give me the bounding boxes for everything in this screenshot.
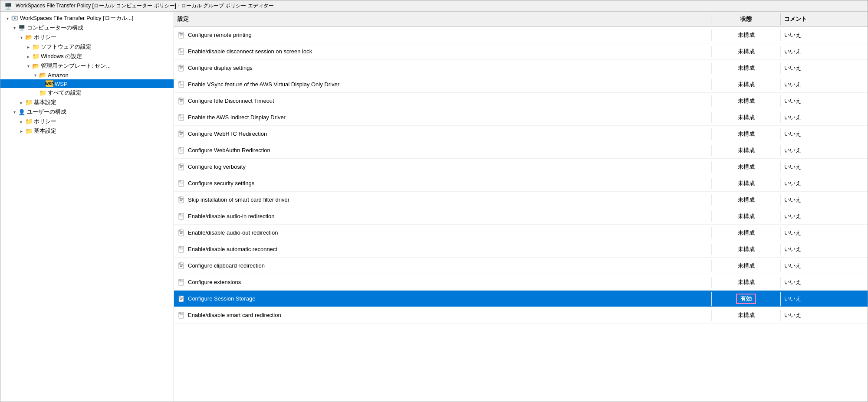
svg-rect-80 (180, 281, 183, 282)
table-row[interactable]: Enable/disable audio-out redirection 未構成… (174, 225, 868, 241)
row-comment: いいえ (781, 194, 868, 206)
row-comment: いいえ (781, 95, 868, 107)
row-comment: いいえ (781, 112, 868, 123)
svg-rect-37 (179, 131, 181, 133)
policy-icon (178, 147, 185, 154)
row-name-text: Configure log verbosity (188, 163, 246, 170)
expand-computer[interactable] (11, 26, 18, 30)
expand-policy2[interactable] (18, 119, 25, 124)
policy-icon (178, 64, 185, 72)
table-row[interactable]: Configure Idle Disconnect Timeout 未構成 いい… (174, 93, 868, 109)
table-row[interactable]: Configure clipboard redirection 未構成 いいえ (174, 258, 868, 274)
policy1-label: ポリシー (34, 33, 56, 41)
table-row[interactable]: Enable/disable smart card redirection 未構… (174, 307, 868, 324)
tree-user-config[interactable]: ユーザーの構成 (0, 107, 174, 117)
svg-rect-30 (180, 117, 183, 117)
expand-basic1[interactable] (18, 100, 25, 105)
svg-rect-45 (180, 166, 183, 167)
tree-policy2[interactable]: 📁 ポリシー (0, 117, 174, 126)
root-icon (11, 15, 19, 22)
table-row[interactable]: Enable/disable audio-in redirection 未構成 … (174, 208, 868, 225)
row-status: 未構成 (711, 145, 781, 156)
svg-rect-57 (179, 197, 181, 199)
expand-basic2[interactable] (18, 129, 25, 134)
svg-rect-70 (180, 248, 183, 249)
table-row[interactable]: Skip installation of smart card filter d… (174, 192, 868, 208)
status-text: 未構成 (738, 98, 755, 104)
header-comment: コメント (781, 13, 868, 25)
software-label: ソフトウェアの設定 (41, 43, 92, 51)
basic1-label: 基本設定 (34, 98, 56, 106)
table-row[interactable]: Configure Session Storage 有効 いいえ (174, 291, 868, 307)
table-row[interactable]: Enable the AWS Indirect Display Driver 未… (174, 109, 868, 126)
row-comment: いいえ (781, 145, 868, 156)
table-row[interactable]: Configure WebAuthn Redirection 未構成 いいえ (174, 142, 868, 159)
table-row[interactable]: Configure log verbosity 未構成 いいえ (174, 159, 868, 175)
svg-rect-55 (180, 199, 183, 199)
row-name-text: Configure WebRTC Redirection (188, 131, 267, 137)
tree-software-settings[interactable]: 📁 ソフトウェアの設定 (0, 42, 174, 52)
row-comment: いいえ (781, 260, 868, 271)
row-name: Configure display settings (174, 62, 711, 74)
header-name: 設定 (174, 13, 711, 25)
tree-admin-templates[interactable]: 📂 管理用テンプレート: セン... (0, 61, 174, 71)
row-name: Configure log verbosity (174, 161, 711, 173)
expand-amazon[interactable] (32, 73, 39, 78)
table-row[interactable]: Configure security settings 未構成 いいえ (174, 175, 868, 192)
tree-basic-settings2[interactable]: 📁 基本設定 (0, 126, 174, 136)
row-comment: いいえ (781, 79, 868, 90)
svg-rect-16 (180, 69, 182, 69)
svg-rect-36 (180, 134, 182, 135)
svg-rect-72 (179, 246, 181, 248)
svg-rect-52 (179, 180, 181, 182)
row-name: Enable VSync feature of the AWS Virtual … (174, 79, 711, 90)
svg-rect-81 (180, 283, 182, 283)
table-row[interactable]: Enable VSync feature of the AWS Virtual … (174, 76, 868, 93)
row-status: 未構成 (711, 62, 781, 74)
expand-policy1[interactable] (18, 35, 25, 40)
amazon-label: Amazon (48, 72, 69, 78)
tree-basic-settings1[interactable]: 📁 基本設定 (0, 98, 174, 107)
status-text: 未構成 (738, 279, 755, 285)
folder-icon4: 📁 (25, 99, 33, 106)
status-text: 未構成 (738, 180, 755, 186)
tree-computer-config[interactable]: コンピューターの構成 (0, 23, 174, 33)
expand-software[interactable] (25, 45, 32, 49)
folder-icon5: 📁 (25, 118, 33, 125)
policy-icon (178, 229, 185, 237)
admin-label: 管理用テンプレート: セン... (41, 62, 111, 70)
basic2-label: 基本設定 (34, 127, 56, 135)
status-text: 未構成 (738, 229, 755, 236)
svg-rect-60 (180, 216, 183, 216)
status-text: 未構成 (738, 196, 755, 203)
expand-windows[interactable] (25, 54, 32, 59)
svg-rect-62 (179, 213, 181, 215)
tree-windows-settings[interactable]: 📁 Windows の設定 (0, 52, 174, 61)
table-row[interactable]: Configure display settings 未構成 いいえ (174, 60, 868, 76)
table-row[interactable]: Configure extensions 未構成 いいえ (174, 274, 868, 291)
status-text: 未構成 (738, 131, 755, 137)
status-text: 未構成 (738, 262, 755, 269)
tree-pane: WorkSpaces File Transfer Policy [ローカル...… (0, 12, 174, 402)
table-row[interactable]: Enable/disable disconnect session on scr… (174, 43, 868, 60)
table-row[interactable]: Enable/disable automatic reconnect 未構成 い… (174, 241, 868, 258)
expand-admin[interactable] (25, 64, 32, 69)
row-name: Configure remote printing (174, 29, 711, 41)
expand-root[interactable] (4, 16, 11, 21)
table-row[interactable]: Configure remote printing 未構成 いいえ (174, 27, 868, 43)
row-name-text: Configure security settings (188, 180, 254, 186)
policy-icon (178, 245, 185, 253)
policy-icon (178, 81, 185, 88)
tree-wsp[interactable]: WSP WSP (0, 79, 174, 88)
tree-policy1[interactable]: 📂 ポリシー (0, 33, 174, 42)
row-name-text: Configure extensions (188, 279, 241, 285)
expand-user[interactable] (11, 110, 18, 114)
status-text: 未構成 (738, 48, 755, 55)
row-name: Configure WebAuthn Redirection (174, 145, 711, 156)
tree-root[interactable]: WorkSpaces File Transfer Policy [ローカル...… (0, 13, 174, 23)
row-comment: いいえ (781, 161, 868, 173)
table-row[interactable]: Configure WebRTC Redirection 未構成 いいえ (174, 126, 868, 142)
status-text: 未構成 (738, 147, 755, 154)
tree-amazon[interactable]: 📂 Amazon (0, 71, 174, 79)
tree-all-settings[interactable]: 📁 すべての設定 (0, 88, 174, 98)
